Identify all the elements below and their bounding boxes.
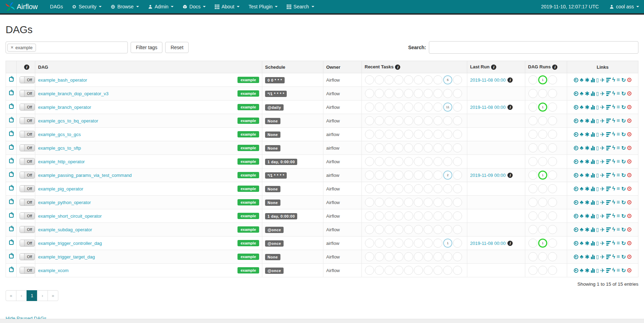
- delete-icon[interactable]: ×: [627, 159, 631, 164]
- recent-task-state-circle[interactable]: [443, 89, 452, 98]
- nav-item-browse[interactable]: Browse: [106, 0, 144, 14]
- details-icon[interactable]: ≡: [616, 240, 620, 246]
- recent-task-state-circle[interactable]: [453, 103, 462, 112]
- nav-item-security[interactable]: Security: [67, 0, 106, 14]
- task-tries-icon[interactable]: ▯: [596, 91, 599, 96]
- dag-run-circle[interactable]: [548, 211, 557, 220]
- details-icon[interactable]: ≡: [616, 90, 620, 97]
- recent-task-state-circle[interactable]: [424, 198, 433, 207]
- recent-task-state-circle[interactable]: [404, 103, 413, 112]
- trigger-dag-icon[interactable]: ▶: [574, 91, 578, 96]
- landing-times-icon[interactable]: ✈: [600, 213, 605, 219]
- recent-task-state-circle[interactable]: [453, 239, 462, 248]
- details-icon[interactable]: ≡: [616, 77, 620, 83]
- prev-page-button[interactable]: ‹: [16, 290, 27, 301]
- pause-toggle[interactable]: Off: [20, 199, 35, 206]
- landing-times-icon[interactable]: ✈: [600, 90, 605, 97]
- gantt-icon[interactable]: [606, 173, 611, 178]
- task-duration-icon[interactable]: [591, 268, 595, 273]
- task-tries-icon[interactable]: ▯: [596, 145, 599, 151]
- gantt-icon[interactable]: [606, 159, 611, 164]
- recent-task-state-circle[interactable]: [375, 225, 384, 234]
- recent-task-state-circle[interactable]: [453, 89, 462, 98]
- recent-task-state-circle[interactable]: [365, 225, 374, 234]
- recent-task-state-circle[interactable]: [433, 211, 442, 220]
- pause-toggle[interactable]: Off: [20, 185, 35, 192]
- dag-run-circle[interactable]: [538, 252, 547, 261]
- refresh-icon[interactable]: ↻: [621, 90, 626, 97]
- task-tries-icon[interactable]: ▯: [596, 104, 599, 110]
- nav-item-test-plugin[interactable]: Test Plugin: [244, 0, 282, 14]
- recent-task-state-circle[interactable]: [385, 103, 394, 112]
- recent-task-state-circle[interactable]: [404, 225, 413, 234]
- landing-times-icon[interactable]: ✈: [600, 199, 605, 206]
- delete-icon[interactable]: ×: [627, 268, 631, 272]
- recent-task-state-circle[interactable]: [453, 157, 462, 166]
- trigger-dag-icon[interactable]: ▶: [574, 78, 578, 82]
- details-icon[interactable]: ≡: [616, 158, 620, 165]
- edit-dag-icon[interactable]: [9, 227, 14, 231]
- delete-icon[interactable]: ×: [627, 173, 631, 177]
- tree-view-icon[interactable]: ♣: [580, 158, 584, 165]
- recent-task-state-circle[interactable]: [375, 89, 384, 98]
- tree-view-icon[interactable]: ♣: [580, 145, 584, 151]
- refresh-icon[interactable]: ↻: [621, 213, 626, 219]
- dag-run-circle[interactable]: [528, 116, 537, 125]
- recent-task-state-circle[interactable]: [414, 184, 423, 193]
- graph-view-icon[interactable]: ✱: [585, 199, 589, 206]
- recent-task-state-circle[interactable]: [365, 184, 374, 193]
- recent-task-state-circle[interactable]: [404, 211, 413, 220]
- pause-toggle[interactable]: Off: [20, 76, 35, 83]
- recent-task-state-circle[interactable]: [375, 75, 384, 84]
- delete-icon[interactable]: ×: [627, 187, 631, 191]
- recent-task-state-circle[interactable]: [433, 198, 442, 207]
- recent-task-state-circle[interactable]: [443, 198, 452, 207]
- dag-run-circle[interactable]: [528, 252, 537, 261]
- dag-run-circle[interactable]: [548, 266, 557, 275]
- recent-task-state-circle[interactable]: [394, 225, 403, 234]
- graph-view-icon[interactable]: ✱: [585, 226, 589, 233]
- dag-run-circle[interactable]: [528, 239, 537, 248]
- pause-toggle[interactable]: Off: [20, 104, 35, 111]
- recent-task-state-circle[interactable]: [433, 130, 442, 139]
- edit-dag-icon[interactable]: [9, 132, 14, 136]
- recent-task-state-circle[interactable]: [424, 252, 433, 261]
- refresh-icon[interactable]: ↻: [621, 77, 626, 83]
- user-menu[interactable]: cool ass: [609, 4, 639, 9]
- recent-task-state-circle[interactable]: 1: [443, 239, 452, 248]
- delete-icon[interactable]: ×: [627, 241, 631, 245]
- dag-run-circle[interactable]: [548, 252, 557, 261]
- recent-task-state-circle[interactable]: [453, 171, 462, 180]
- recent-task-state-circle[interactable]: [424, 103, 433, 112]
- recent-task-state-circle[interactable]: [414, 225, 423, 234]
- recent-task-state-circle[interactable]: [443, 252, 452, 261]
- pause-toggle[interactable]: Off: [20, 172, 35, 179]
- recent-task-state-circle[interactable]: [443, 116, 452, 125]
- recent-task-state-circle[interactable]: [394, 184, 403, 193]
- dag-tag-badge[interactable]: example: [237, 240, 259, 246]
- details-icon[interactable]: ≡: [616, 104, 620, 110]
- recent-task-state-circle[interactable]: [453, 184, 462, 193]
- last-page-button[interactable]: »: [47, 290, 58, 301]
- details-icon[interactable]: ≡: [616, 131, 620, 137]
- landing-times-icon[interactable]: ✈: [600, 104, 605, 111]
- recent-task-state-circle[interactable]: [385, 143, 394, 152]
- task-duration-icon[interactable]: [591, 255, 595, 259]
- recent-task-state-circle[interactable]: [365, 116, 374, 125]
- dag-link[interactable]: example_gcs_to_bq_operator: [38, 118, 98, 123]
- delete-icon[interactable]: ×: [627, 132, 631, 136]
- tree-view-icon[interactable]: ♣: [580, 226, 584, 233]
- refresh-icon[interactable]: ↻: [621, 186, 626, 192]
- recent-task-state-circle[interactable]: [424, 89, 433, 98]
- task-duration-icon[interactable]: [591, 200, 595, 205]
- gantt-icon[interactable]: [606, 146, 611, 150]
- pause-toggle[interactable]: Off: [20, 240, 35, 247]
- dag-tag-badge[interactable]: example: [237, 145, 259, 151]
- recent-task-state-circle[interactable]: [404, 198, 413, 207]
- task-duration-icon[interactable]: [591, 173, 595, 178]
- recent-task-state-circle[interactable]: [365, 89, 374, 98]
- pause-toggle[interactable]: Off: [20, 267, 35, 274]
- page-1-button[interactable]: 1: [27, 290, 37, 301]
- recent-task-state-circle[interactable]: [404, 171, 413, 180]
- nav-item-about[interactable]: About: [210, 0, 244, 14]
